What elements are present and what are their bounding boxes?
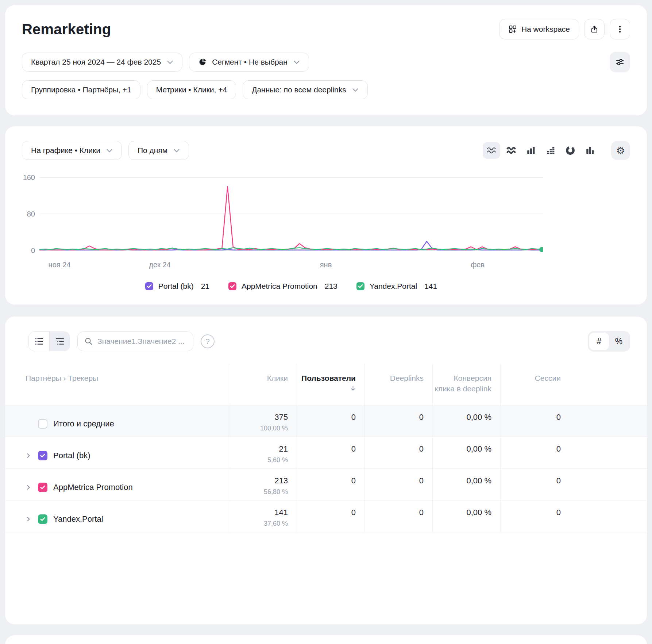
grouping-filter-chip[interactable]: Группировка • Партнёры, +1	[22, 80, 140, 99]
column-header-clicks[interactable]: Клики	[229, 364, 297, 405]
tree-view-button[interactable]	[49, 332, 70, 351]
y-tick-160: 160	[19, 173, 35, 182]
line-chart-icon	[487, 146, 496, 155]
next-card-peek	[5, 635, 647, 644]
legend-item-yandex-portal[interactable]: Yandex.Portal141	[356, 282, 437, 291]
legend-checkbox[interactable]	[228, 282, 236, 290]
clicks-percent: 37,60 %	[229, 520, 288, 528]
legend-value: 213	[325, 282, 337, 291]
segment-filter-chip[interactable]: Сегмент • Не выбран	[189, 53, 309, 72]
table-row-portal-bk: Portal (bk)215,60 %000,00 %0	[5, 437, 647, 468]
row-label: AppMetrica Promotion	[53, 483, 133, 492]
column-header-users-label: Пользователи	[301, 374, 356, 382]
column-header-deeplinks[interactable]: Deeplinks	[364, 364, 432, 405]
row-name-cell: Portal (bk)	[5, 437, 229, 468]
more-menu-button[interactable]	[610, 19, 630, 39]
cell-deeplinks: 0	[364, 437, 432, 468]
header-card: Remarketing На workspace	[5, 5, 647, 115]
cell-conversion: 0,00 %	[432, 469, 500, 500]
column-header-sessions[interactable]: Сессии	[500, 364, 570, 405]
report-settings-button[interactable]	[610, 52, 630, 72]
stacked-bar-chart-type-button[interactable]	[542, 142, 559, 159]
row-checkbox[interactable]	[38, 419, 47, 429]
chevron-down-icon	[293, 60, 300, 64]
x-tick-: фев	[471, 261, 485, 269]
series-line-appmetrica-promotion	[39, 187, 543, 250]
clicks-percent: 56,80 %	[229, 488, 288, 496]
column-header-users[interactable]: Пользователи	[297, 364, 364, 405]
bar-chart-type-button[interactable]	[522, 142, 540, 159]
absolute-format-button[interactable]: #	[589, 333, 609, 350]
row-checkbox[interactable]	[38, 514, 47, 524]
period-filter-chip[interactable]: Квартал 25 ноя 2024 — 24 фев 2025	[22, 53, 182, 72]
chart-legend: Portal (bk)21AppMetrica Promotion213Yand…	[39, 281, 543, 291]
row-checkbox[interactable]	[38, 483, 47, 492]
x-tick-24: дек 24	[149, 261, 170, 269]
table-body: Итого и средние375100,00 %000,00 %0Porta…	[5, 405, 647, 532]
share-icon	[590, 25, 599, 34]
pie-chart-icon	[566, 146, 575, 155]
chart-card: На графике • Клики По дням	[5, 126, 647, 304]
cell-sessions: 0	[500, 437, 570, 468]
cell-clicks: 14137,60 %	[229, 501, 297, 532]
cell-deeplinks: 0	[364, 501, 432, 532]
cell-conversion: 0,00 %	[432, 501, 500, 532]
column-header-conversion[interactable]: Конверсия клика в deeplink	[432, 364, 500, 405]
metrics-filter-chip[interactable]: Метрики • Клики, +4	[147, 80, 236, 99]
column-chart-type-button[interactable]	[581, 142, 599, 159]
expand-row-button[interactable]	[26, 516, 33, 522]
legend-value: 21	[201, 282, 209, 291]
grouping-filter-label: Группировка • Партнёры, +1	[31, 85, 131, 94]
stacked-area-icon	[506, 146, 516, 155]
cell-sessions: 0	[500, 405, 570, 437]
legend-item-appmetrica-promotion[interactable]: AppMetrica Promotion213	[228, 282, 337, 291]
page: { "header": { "title": "Remarketing", "w…	[0, 0, 652, 644]
pie-chart-type-button[interactable]	[562, 142, 579, 159]
help-button[interactable]: ?	[201, 334, 215, 348]
legend-value: 141	[424, 282, 437, 291]
chart-metric-dropdown[interactable]: На графике • Клики	[22, 141, 122, 160]
expand-row-button[interactable]	[26, 484, 33, 491]
search-box	[77, 331, 193, 351]
row-checkbox[interactable]	[38, 451, 47, 460]
chevron-down-icon	[352, 88, 359, 92]
percent-format-button[interactable]: %	[609, 333, 629, 350]
expand-row-button[interactable]	[26, 452, 33, 459]
chart-granularity-dropdown[interactable]: По дням	[128, 141, 189, 160]
row-label: Yandex.Portal	[53, 514, 103, 524]
list-view-button[interactable]	[29, 332, 49, 351]
chart-granularity-label: По дням	[138, 146, 167, 155]
legend-checkbox[interactable]	[145, 282, 153, 290]
column-header-partners-trackers[interactable]: Партнёры › Трекеры	[5, 364, 229, 405]
chart-type-switcher	[483, 142, 599, 159]
stacked-area-chart-type-button[interactable]	[502, 142, 520, 159]
segment-filter-label: Сегмент • Не выбран	[212, 58, 288, 66]
cell-clicks: 215,60 %	[229, 437, 297, 468]
legend-checkbox[interactable]	[356, 282, 364, 290]
column-header-filler	[570, 364, 647, 405]
page-title: Remarketing	[22, 21, 111, 38]
cell-users: 0	[297, 501, 364, 532]
y-tick-80: 80	[19, 209, 35, 219]
search-input[interactable]	[97, 337, 186, 346]
chart-settings-button[interactable]: ⚙	[611, 141, 630, 160]
stacked-bar-icon	[546, 146, 555, 155]
line-chart-type-button[interactable]	[483, 142, 500, 159]
chevron-down-icon	[167, 60, 173, 64]
data-filter-chip[interactable]: Данные: по всем deeplinks	[243, 80, 368, 99]
header-actions: На workspace	[499, 19, 630, 39]
cell-deeplinks: 0	[364, 469, 432, 500]
table-header: Партнёры › Трекеры Клики Пользователи De…	[5, 364, 647, 405]
clicks-percent: 100,00 %	[229, 425, 288, 432]
number-format-toggle: # %	[588, 331, 630, 352]
legend-item-portal-bk[interactable]: Portal (bk)21	[145, 282, 209, 291]
filters-row-1: Квартал 25 ноя 2024 — 24 фев 2025 Сегмен…	[22, 52, 630, 72]
share-button[interactable]	[584, 19, 605, 39]
metrics-filter-label: Метрики • Клики, +4	[156, 85, 227, 94]
workspace-button[interactable]: На workspace	[499, 19, 579, 39]
view-toggle	[28, 331, 70, 351]
row-name-cell: AppMetrica Promotion	[5, 469, 229, 500]
tree-view-icon	[55, 337, 65, 346]
legend-label: Yandex.Portal	[370, 282, 417, 291]
cell-sessions: 0	[500, 501, 570, 532]
